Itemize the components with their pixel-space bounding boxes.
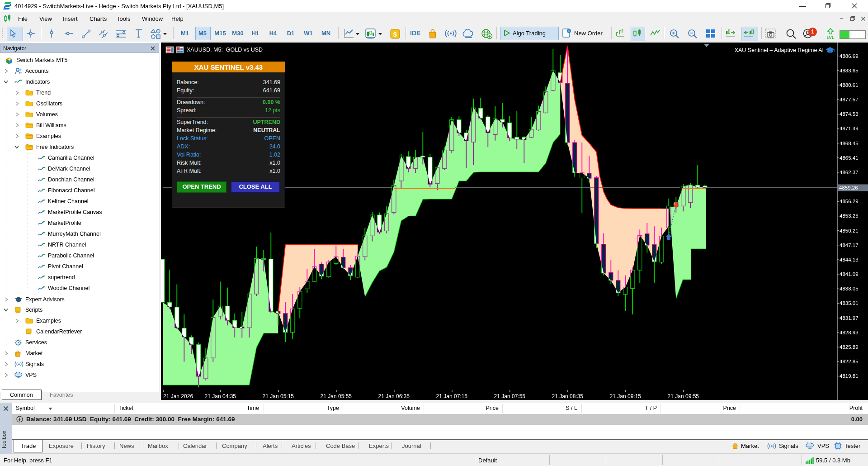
svg-text:4880.61: 4880.61 [840,82,859,88]
svg-text:4877.57: 4877.57 [840,97,859,102]
svg-text:4856.29: 4856.29 [840,199,859,204]
svg-text:4825.89: 4825.89 [840,344,859,350]
svg-text:LVL: LVL [826,35,834,40]
svg-text:4886.69: 4886.69 [840,53,859,59]
svg-text:4862.37: 4862.37 [840,170,859,175]
svg-text:4853.25: 4853.25 [840,213,859,219]
svg-text:21 Jan 09:15: 21 Jan 09:15 [610,393,642,399]
svg-text:4865.41: 4865.41 [840,155,859,161]
svg-text:$: $ [393,30,397,38]
svg-text:4831.97: 4831.97 [840,315,859,321]
svg-text:21 Jan 05:15: 21 Jan 05:15 [263,393,294,399]
svg-text:4838.05: 4838.05 [840,286,859,291]
svg-text:21 Jan 07:55: 21 Jan 07:55 [494,393,526,399]
svg-text:21 Jan 08:35: 21 Jan 08:35 [552,393,584,399]
svg-text:4841.09: 4841.09 [840,271,859,277]
svg-text:4844.13: 4844.13 [840,257,859,262]
svg-text:21 Jan 06:35: 21 Jan 06:35 [378,393,410,399]
svg-text:4874.53: 4874.53 [840,111,859,117]
svg-text:4859.26: 4859.26 [839,185,858,190]
svg-text:21 Jan 09:55: 21 Jan 09:55 [668,393,699,399]
svg-text:XAUUSD, M5: GOLD vs USD: XAUUSD, M5: GOLD vs USD [187,47,263,53]
svg-text:4871.49: 4871.49 [840,126,859,131]
svg-text:4868.45: 4868.45 [840,141,859,146]
svg-text:21 Jan 07:15: 21 Jan 07:15 [436,393,468,399]
svg-text:21 Jan 2026: 21 Jan 2026 [163,393,193,399]
svg-text:4850.21: 4850.21 [840,228,859,233]
svg-text:4883.65: 4883.65 [840,68,859,73]
svg-text:4822.85: 4822.85 [840,359,859,364]
svg-text:21 Jan 05:55: 21 Jan 05:55 [321,393,352,399]
svg-text:4835.01: 4835.01 [840,300,859,306]
svg-text:4828.93: 4828.93 [840,330,859,335]
svg-text:4847.17: 4847.17 [840,243,859,248]
svg-text:XAU Sentinel – Adaptive Regime: XAU Sentinel – Adaptive Regime AI [735,47,824,53]
svg-text:21 Jan 04:35: 21 Jan 04:35 [205,393,236,399]
svg-text:4819.81: 4819.81 [840,373,859,379]
